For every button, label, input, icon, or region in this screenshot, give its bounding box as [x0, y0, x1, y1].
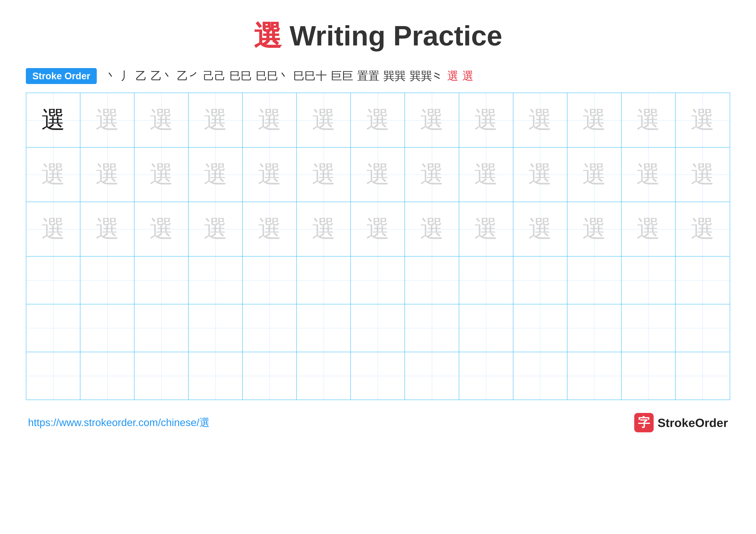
grid-cell-empty[interactable] — [513, 304, 567, 352]
grid-cell-empty[interactable] — [80, 352, 134, 399]
grid-cell[interactable]: 選 — [513, 202, 567, 256]
grid-cell[interactable]: 選 — [676, 93, 730, 147]
grid-cell-empty[interactable] — [297, 352, 351, 399]
footer-url[interactable]: https://www.strokeorder.com/chinese/選 — [28, 416, 210, 429]
grid-cell[interactable]: 選 — [243, 93, 297, 147]
grid-cell-empty[interactable] — [567, 257, 622, 304]
grid-cell[interactable]: 選 — [459, 147, 513, 202]
grid-cell-empty[interactable] — [676, 257, 730, 304]
grid-cell[interactable]: 選 — [459, 93, 513, 147]
grid-cell[interactable]: 選 — [26, 202, 80, 256]
grid-cell[interactable]: 選 — [80, 147, 134, 202]
grid-cell[interactable]: 選 — [622, 93, 676, 147]
practice-grid: 選選選選選選選選選選選選選 選選選選選選選選選選選選選 選選選選選選選選選選選選… — [26, 93, 730, 400]
grid-cell-empty[interactable] — [513, 352, 567, 399]
grid-cell[interactable]: 選 — [676, 202, 730, 256]
grid-cell[interactable]: 選 — [134, 93, 189, 147]
grid-cell[interactable]: 選 — [134, 202, 189, 256]
grid-cell[interactable]: 選 — [80, 202, 134, 256]
grid-cell-empty[interactable] — [622, 304, 676, 352]
grid-cell-empty[interactable] — [243, 352, 297, 399]
grid-cell[interactable]: 選 — [351, 147, 405, 202]
grid-cell-empty[interactable] — [189, 352, 243, 399]
grid-cell[interactable]: 選 — [405, 202, 459, 256]
grid-cell[interactable]: 選 — [351, 202, 405, 256]
grid-cell[interactable]: 選 — [459, 202, 513, 256]
stroke-order-row: Stroke Order 丶丿乙乙丶乙㇒己己巳巳巳巳丶巳巳十巨巨置置巽巽巽巽⺀選… — [26, 68, 730, 84]
grid-cell-empty[interactable] — [189, 304, 243, 352]
grid-cell-empty[interactable] — [405, 257, 459, 304]
cell-character: 選 — [204, 213, 228, 245]
grid-cell[interactable]: 選 — [26, 147, 80, 202]
grid-cell[interactable]: 選 — [567, 93, 622, 147]
grid-cell-empty[interactable] — [676, 352, 730, 399]
grid-cell[interactable]: 選 — [567, 147, 622, 202]
grid-cell[interactable]: 選 — [405, 93, 459, 147]
grid-cell[interactable]: 選 — [297, 202, 351, 256]
title-char: 選 — [254, 20, 282, 51]
cell-character: 選 — [420, 213, 444, 245]
cell-character: 選 — [691, 213, 715, 245]
grid-cell[interactable]: 選 — [243, 147, 297, 202]
grid-cell-empty[interactable] — [622, 257, 676, 304]
grid-cell[interactable]: 選 — [189, 147, 243, 202]
grid-cell-empty[interactable] — [567, 352, 622, 399]
stroke-order-badge: Stroke Order — [26, 68, 97, 84]
grid-cell[interactable]: 選 — [622, 202, 676, 256]
grid-cell[interactable]: 選 — [513, 147, 567, 202]
grid-cell-empty[interactable] — [351, 257, 405, 304]
grid-cell-empty[interactable] — [26, 352, 80, 399]
grid-cell[interactable]: 選 — [405, 147, 459, 202]
grid-cell-empty[interactable] — [134, 257, 189, 304]
cell-character: 選 — [474, 159, 498, 191]
grid-cell[interactable]: 選 — [26, 93, 80, 147]
grid-cell-empty[interactable] — [26, 257, 80, 304]
grid-cell[interactable]: 選 — [513, 93, 567, 147]
grid-cell-empty[interactable] — [80, 304, 134, 352]
grid-cell-empty[interactable] — [297, 257, 351, 304]
grid-cell-empty[interactable] — [26, 304, 80, 352]
grid-cell-empty[interactable] — [513, 257, 567, 304]
grid-cell-empty[interactable] — [622, 352, 676, 399]
stroke-step-2: 丿 — [121, 68, 132, 84]
grid-cell-empty[interactable] — [459, 352, 513, 399]
grid-cell[interactable]: 選 — [567, 202, 622, 256]
grid-cell-empty[interactable] — [80, 257, 134, 304]
grid-cell-empty[interactable] — [189, 257, 243, 304]
grid-cell[interactable]: 選 — [297, 93, 351, 147]
grid-cell-empty[interactable] — [134, 352, 189, 399]
grid-row-1: 選選選選選選選選選選選選選 — [26, 93, 730, 147]
cell-character: 選 — [312, 213, 336, 245]
grid-cell[interactable]: 選 — [297, 147, 351, 202]
cell-character: 選 — [149, 213, 173, 245]
stroke-step-11: 置置 — [357, 68, 380, 84]
grid-cell-empty[interactable] — [405, 352, 459, 399]
grid-cell-empty[interactable] — [567, 304, 622, 352]
grid-cell-empty[interactable] — [405, 304, 459, 352]
cell-character: 選 — [420, 104, 444, 136]
grid-cell[interactable]: 選 — [80, 93, 134, 147]
footer-logo-text: StrokeOrder — [658, 416, 728, 430]
grid-cell-empty[interactable] — [351, 352, 405, 399]
grid-cell[interactable]: 選 — [189, 202, 243, 256]
footer: https://www.strokeorder.com/chinese/選 字 … — [26, 413, 730, 432]
grid-cell[interactable]: 選 — [351, 93, 405, 147]
cell-character: 選 — [582, 213, 606, 245]
grid-cell[interactable]: 選 — [134, 147, 189, 202]
grid-cell-empty[interactable] — [297, 304, 351, 352]
grid-cell[interactable]: 選 — [676, 147, 730, 202]
grid-cell-empty[interactable] — [459, 257, 513, 304]
grid-cell[interactable]: 選 — [189, 93, 243, 147]
grid-cell-empty[interactable] — [676, 304, 730, 352]
grid-cell-empty[interactable] — [243, 257, 297, 304]
cell-character: 選 — [149, 159, 173, 191]
grid-cell-empty[interactable] — [134, 304, 189, 352]
grid-cell[interactable]: 選 — [243, 202, 297, 256]
grid-cell-empty[interactable] — [459, 304, 513, 352]
grid-cell-empty[interactable] — [243, 304, 297, 352]
grid-row-6 — [26, 352, 730, 399]
grid-cell[interactable]: 選 — [622, 147, 676, 202]
cell-character: 選 — [366, 213, 390, 245]
page-container: 選 Writing Practice Stroke Order 丶丿乙乙丶乙㇒己… — [0, 0, 756, 534]
grid-cell-empty[interactable] — [351, 304, 405, 352]
